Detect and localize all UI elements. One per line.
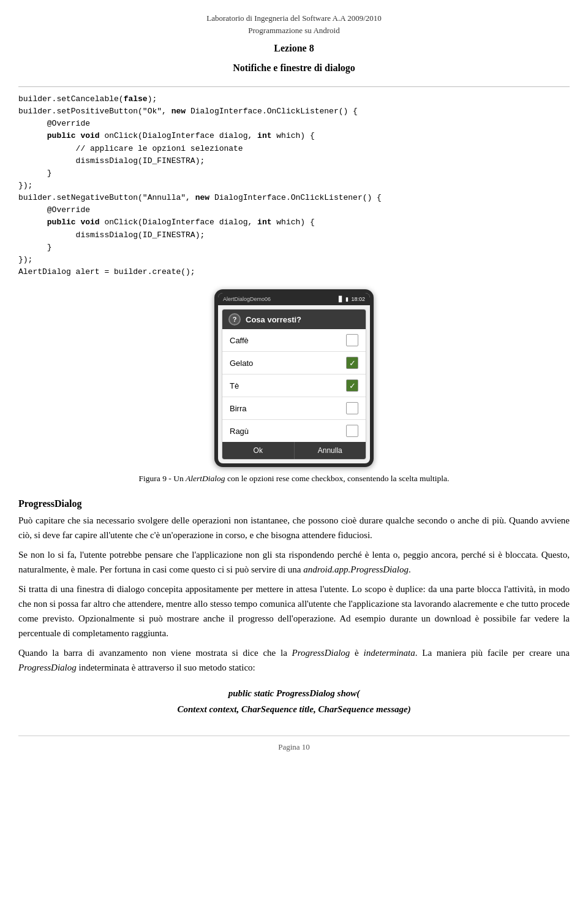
status-bar-right: ▊ ▮ 18:02 [339,296,365,302]
alert-dialog: Cosa vorresti? Caffè Gelato Tè [222,309,366,460]
phone-screen: AlertDialogDemo06 ▊ ▮ 18:02 Cosa vorrest… [218,293,370,463]
list-item: Gelato [222,352,366,374]
dialog-title-text: Cosa vorresti? [246,315,301,324]
code-block-1: builder.setCancelable(false); builder.se… [18,93,570,278]
header-lesson-subtitle: Notifiche e finestre di dialogo [18,61,570,75]
page-number: Pagina 10 [18,736,570,752]
header-divider [18,86,570,87]
page-header: Laboratorio di Ingegneria del Software A… [18,12,570,75]
dialog-buttons: Ok Annulla [222,442,366,459]
phone-mockup-container: AlertDialogDemo06 ▊ ▮ 18:02 Cosa vorrest… [18,289,570,467]
checkbox-3 [346,379,358,392]
body-paragraph-3: Si tratta di una finestra di dialogo con… [18,582,570,641]
battery-icon: ▮ [345,296,349,302]
final-code-line2: Context context, CharSequence title, Cha… [18,702,570,718]
dialog-icon [228,313,241,325]
list-item: Ragù [222,420,366,442]
header-institution: Laboratorio di Ingegneria del Software A… [18,12,570,25]
page-container: Laboratorio di Ingegneria del Software A… [18,0,570,777]
section-title: ProgressDialog [18,498,570,509]
checkbox-1 [346,334,358,346]
item-label-4: Birra [230,404,246,413]
body-paragraph-1: Può capitare che sia necessario svolgere… [18,513,570,542]
figure-caption: Figura 9 - Un AlertDialog con le opzioni… [18,473,570,485]
list-item: Tè [222,374,366,397]
checkbox-2 [346,357,358,369]
figure-label: Figura 9 - Un AlertDialog con le opzioni… [139,474,450,483]
status-bar-left: AlertDialogDemo06 [223,296,271,302]
dialog-title-bar: Cosa vorresti? [222,310,366,329]
cancel-button[interactable]: Annulla [295,442,366,459]
item-label-1: Caffè [230,336,249,345]
signal-icon: ▊ [339,296,343,302]
list-item: Birra [222,397,366,420]
final-code-block: public static ProgressDialog show( Conte… [18,686,570,717]
header-lesson-title: Lezione 8 [18,41,570,56]
list-item: Caffè [222,329,366,352]
checkbox-4 [346,402,358,414]
item-label-2: Gelato [230,359,253,368]
dialog-list: Caffè Gelato Tè Birra [222,329,366,442]
time-display: 18:02 [351,296,365,302]
body-paragraph-4: Quando la barra di avanzamento non viene… [18,645,570,675]
final-code-line1: public static ProgressDialog show( [18,686,570,702]
body-paragraph-2: Se non lo si fa, l'utente potrebbe pensa… [18,547,570,577]
item-label-3: Tè [230,381,239,390]
phone-mockup: AlertDialogDemo06 ▊ ▮ 18:02 Cosa vorrest… [214,289,374,467]
header-course: Programmazione su Android [18,25,570,37]
item-label-5: Ragù [230,427,249,436]
ok-button[interactable]: Ok [222,442,295,459]
checkbox-5 [346,425,358,437]
status-bar: AlertDialogDemo06 ▊ ▮ 18:02 [218,293,370,305]
